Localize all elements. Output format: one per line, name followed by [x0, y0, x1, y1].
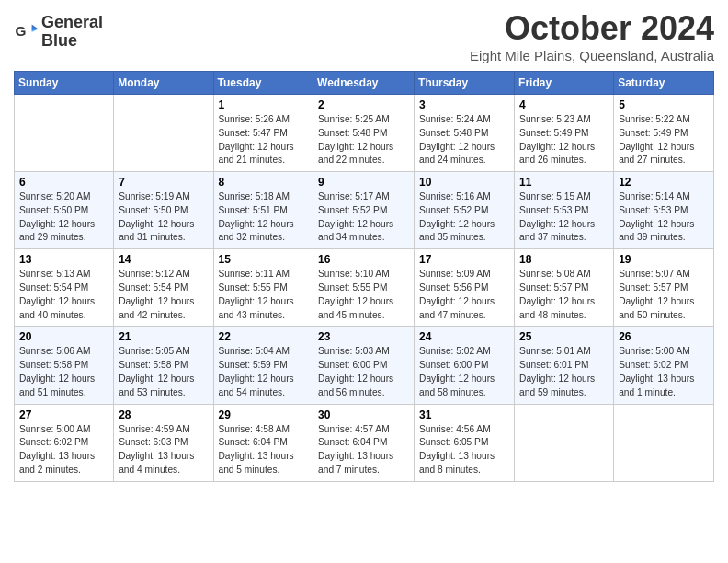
day-number: 7 — [119, 176, 208, 189]
calendar-cell: 16Sunrise: 5:10 AM Sunset: 5:55 PM Dayli… — [313, 249, 415, 327]
day-number: 10 — [419, 176, 509, 189]
calendar-cell: 23Sunrise: 5:03 AM Sunset: 6:00 PM Dayli… — [313, 327, 415, 404]
calendar-cell: 1Sunrise: 5:26 AM Sunset: 5:47 PM Daylig… — [213, 95, 313, 172]
day-number: 15 — [219, 253, 309, 266]
day-info: Sunrise: 5:02 AM Sunset: 6:00 PM Dayligh… — [419, 345, 509, 399]
weekday-header-sunday: Sunday — [15, 72, 114, 95]
day-number: 26 — [619, 330, 709, 343]
day-number: 31 — [419, 408, 509, 421]
day-info: Sunrise: 5:07 AM Sunset: 5:57 PM Dayligh… — [619, 268, 709, 322]
day-number: 17 — [419, 253, 509, 266]
day-info: Sunrise: 5:23 AM Sunset: 5:49 PM Dayligh… — [519, 113, 609, 167]
day-number: 14 — [119, 253, 208, 266]
day-info: Sunrise: 4:56 AM Sunset: 6:05 PM Dayligh… — [419, 423, 509, 477]
calendar-cell: 25Sunrise: 5:01 AM Sunset: 6:01 PM Dayli… — [515, 327, 614, 404]
calendar-cell — [614, 404, 714, 481]
month-title: October 2024 — [470, 9, 714, 48]
calendar-table: SundayMondayTuesdayWednesdayThursdayFrid… — [14, 71, 714, 482]
logo-icon: G — [14, 19, 40, 45]
day-info: Sunrise: 5:00 AM Sunset: 6:02 PM Dayligh… — [619, 345, 709, 399]
day-info: Sunrise: 4:58 AM Sunset: 6:04 PM Dayligh… — [219, 423, 309, 477]
calendar-cell: 4Sunrise: 5:23 AM Sunset: 5:49 PM Daylig… — [515, 95, 614, 172]
calendar-body: 1Sunrise: 5:26 AM Sunset: 5:47 PM Daylig… — [15, 95, 714, 482]
day-info: Sunrise: 5:10 AM Sunset: 5:55 PM Dayligh… — [318, 268, 409, 322]
day-info: Sunrise: 5:03 AM Sunset: 6:00 PM Dayligh… — [318, 345, 409, 399]
weekday-header-thursday: Thursday — [415, 72, 515, 95]
day-info: Sunrise: 5:19 AM Sunset: 5:50 PM Dayligh… — [119, 190, 208, 245]
day-number: 9 — [318, 176, 409, 189]
day-number: 13 — [19, 253, 108, 266]
page-header: G General Blue October 2024 Eight Mile P… — [14, 9, 714, 63]
calendar-cell: 6Sunrise: 5:20 AM Sunset: 5:50 PM Daylig… — [15, 172, 114, 249]
day-info: Sunrise: 5:15 AM Sunset: 5:53 PM Dayligh… — [519, 190, 609, 245]
calendar-cell: 24Sunrise: 5:02 AM Sunset: 6:00 PM Dayli… — [415, 327, 515, 404]
day-number: 4 — [519, 98, 609, 111]
day-number: 3 — [419, 98, 509, 111]
day-info: Sunrise: 5:17 AM Sunset: 5:52 PM Dayligh… — [318, 190, 409, 245]
calendar-week-1: 1Sunrise: 5:26 AM Sunset: 5:47 PM Daylig… — [15, 95, 714, 172]
svg-text:G: G — [15, 23, 26, 39]
calendar-cell — [515, 404, 614, 481]
day-number: 25 — [519, 330, 609, 343]
day-number: 2 — [318, 98, 409, 111]
weekday-header-saturday: Saturday — [614, 72, 714, 95]
weekday-header-monday: Monday — [114, 72, 213, 95]
day-info: Sunrise: 5:11 AM Sunset: 5:55 PM Dayligh… — [219, 268, 309, 322]
calendar-cell: 20Sunrise: 5:06 AM Sunset: 5:58 PM Dayli… — [15, 327, 114, 404]
day-info: Sunrise: 5:13 AM Sunset: 5:54 PM Dayligh… — [19, 268, 108, 322]
day-number: 21 — [119, 330, 208, 343]
calendar-cell — [15, 95, 114, 172]
calendar-cell: 17Sunrise: 5:09 AM Sunset: 5:56 PM Dayli… — [415, 249, 515, 327]
day-number: 23 — [318, 330, 409, 343]
logo: G General Blue — [14, 14, 103, 51]
weekday-row: SundayMondayTuesdayWednesdayThursdayFrid… — [15, 72, 714, 95]
calendar-cell: 26Sunrise: 5:00 AM Sunset: 6:02 PM Dayli… — [614, 327, 714, 404]
day-number: 18 — [519, 253, 609, 266]
day-number: 28 — [119, 408, 208, 421]
calendar-cell: 27Sunrise: 5:00 AM Sunset: 6:02 PM Dayli… — [15, 404, 114, 481]
day-info: Sunrise: 4:59 AM Sunset: 6:03 PM Dayligh… — [119, 423, 208, 477]
day-number: 6 — [19, 176, 108, 189]
day-info: Sunrise: 5:24 AM Sunset: 5:48 PM Dayligh… — [419, 113, 509, 167]
day-info: Sunrise: 5:22 AM Sunset: 5:49 PM Dayligh… — [619, 113, 709, 167]
weekday-header-wednesday: Wednesday — [313, 72, 415, 95]
day-info: Sunrise: 5:18 AM Sunset: 5:51 PM Dayligh… — [219, 190, 309, 245]
logo-line2: Blue — [41, 32, 103, 51]
day-info: Sunrise: 5:04 AM Sunset: 5:59 PM Dayligh… — [219, 345, 309, 399]
calendar-cell: 22Sunrise: 5:04 AM Sunset: 5:59 PM Dayli… — [213, 327, 313, 404]
calendar-cell: 10Sunrise: 5:16 AM Sunset: 5:52 PM Dayli… — [415, 172, 515, 249]
day-info: Sunrise: 5:12 AM Sunset: 5:54 PM Dayligh… — [119, 268, 208, 322]
day-info: Sunrise: 5:01 AM Sunset: 6:01 PM Dayligh… — [519, 345, 609, 399]
calendar-cell: 15Sunrise: 5:11 AM Sunset: 5:55 PM Dayli… — [213, 249, 313, 327]
calendar-header: SundayMondayTuesdayWednesdayThursdayFrid… — [15, 72, 714, 95]
day-number: 27 — [19, 408, 108, 421]
day-info: Sunrise: 5:08 AM Sunset: 5:57 PM Dayligh… — [519, 268, 609, 322]
day-info: Sunrise: 5:14 AM Sunset: 5:53 PM Dayligh… — [619, 190, 709, 245]
day-number: 1 — [219, 98, 309, 111]
calendar-cell: 30Sunrise: 4:57 AM Sunset: 6:04 PM Dayli… — [313, 404, 415, 481]
calendar-week-5: 27Sunrise: 5:00 AM Sunset: 6:02 PM Dayli… — [15, 404, 714, 481]
logo-line1: General — [41, 14, 103, 32]
day-info: Sunrise: 5:16 AM Sunset: 5:52 PM Dayligh… — [419, 190, 509, 245]
day-number: 8 — [219, 176, 309, 189]
day-info: Sunrise: 4:57 AM Sunset: 6:04 PM Dayligh… — [318, 423, 409, 477]
day-info: Sunrise: 5:09 AM Sunset: 5:56 PM Dayligh… — [419, 268, 509, 322]
calendar-cell: 3Sunrise: 5:24 AM Sunset: 5:48 PM Daylig… — [415, 95, 515, 172]
day-info: Sunrise: 5:06 AM Sunset: 5:58 PM Dayligh… — [19, 345, 108, 399]
day-number: 19 — [619, 253, 709, 266]
calendar-cell: 12Sunrise: 5:14 AM Sunset: 5:53 PM Dayli… — [614, 172, 714, 249]
calendar-cell: 19Sunrise: 5:07 AM Sunset: 5:57 PM Dayli… — [614, 249, 714, 327]
calendar-cell: 11Sunrise: 5:15 AM Sunset: 5:53 PM Dayli… — [515, 172, 614, 249]
day-info: Sunrise: 5:26 AM Sunset: 5:47 PM Dayligh… — [219, 113, 309, 167]
day-number: 5 — [619, 98, 709, 111]
calendar-cell: 14Sunrise: 5:12 AM Sunset: 5:54 PM Dayli… — [114, 249, 213, 327]
location-title: Eight Mile Plains, Queensland, Australia — [470, 48, 714, 63]
calendar-cell — [114, 95, 213, 172]
day-number: 30 — [318, 408, 409, 421]
calendar-week-4: 20Sunrise: 5:06 AM Sunset: 5:58 PM Dayli… — [15, 327, 714, 404]
calendar-cell: 28Sunrise: 4:59 AM Sunset: 6:03 PM Dayli… — [114, 404, 213, 481]
day-info: Sunrise: 5:20 AM Sunset: 5:50 PM Dayligh… — [19, 190, 108, 245]
calendar-cell: 5Sunrise: 5:22 AM Sunset: 5:49 PM Daylig… — [614, 95, 714, 172]
calendar-cell: 2Sunrise: 5:25 AM Sunset: 5:48 PM Daylig… — [313, 95, 415, 172]
day-info: Sunrise: 5:05 AM Sunset: 5:58 PM Dayligh… — [119, 345, 208, 399]
